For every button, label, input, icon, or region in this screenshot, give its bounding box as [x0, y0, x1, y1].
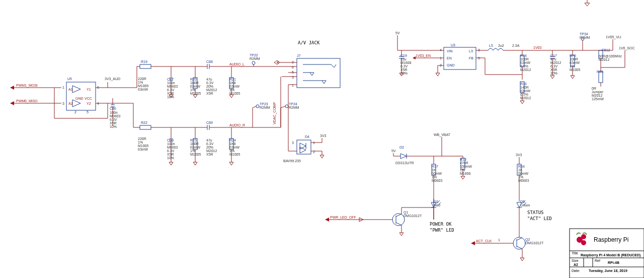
c86-component: C86 100n M0603 6.3V X5R 10% — [110, 98, 121, 128]
svg-text:60R@100MHz: 60R@100MHz — [599, 54, 622, 58]
svg-text:C19: C19 — [400, 54, 407, 57]
svg-text:Red: Red — [434, 203, 440, 207]
net-1v03-en: 1V03_EN — [413, 54, 444, 59]
svg-text:M2012: M2012 — [206, 88, 217, 92]
svg-text:R16: R16 — [520, 82, 527, 86]
svg-text:1%: 1% — [518, 175, 523, 179]
svg-text:1%: 1% — [229, 88, 234, 92]
net-1v03: 1V03 — [533, 46, 541, 49]
svg-text:M2012: M2012 — [599, 58, 610, 61]
svg-text:TP34: TP34 — [580, 32, 588, 36]
svg-text:2u2: 2u2 — [498, 44, 504, 47]
svg-text:0.5%: 0.5% — [520, 93, 528, 96]
svg-text:63mW: 63mW — [229, 146, 240, 149]
svg-text:0.5%: 0.5% — [520, 64, 528, 68]
gnd-symbol-top — [585, 0, 590, 6]
svg-text:X5R: X5R — [550, 68, 557, 72]
svg-text:47u: 47u — [550, 57, 556, 61]
svg-text:1K: 1K — [432, 168, 436, 172]
tp24-testpoint: TP24 R2MM — [285, 102, 299, 109]
svg-text:6: 6 — [292, 65, 294, 69]
svg-text:X5R: X5R — [167, 153, 174, 156]
svg-text:GND: GND — [447, 63, 455, 67]
svg-text:R2MM: R2MM — [289, 106, 299, 109]
net-5v-bottom: 5V — [391, 149, 396, 153]
svg-text:DSS13UTR: DSS13UTR — [395, 161, 414, 165]
status-label: STATUS — [527, 210, 544, 215]
svg-text:3: 3 — [292, 76, 294, 79]
svg-text:GND: GND — [75, 97, 84, 100]
svg-text:1%: 1% — [432, 175, 437, 179]
svg-text:C87: C87 — [167, 78, 174, 81]
svg-text:M2012: M2012 — [550, 61, 561, 64]
svg-text:Ref: Ref — [595, 259, 600, 262]
svg-marker-303 — [399, 233, 404, 236]
svg-text:6.3V: 6.3V — [400, 64, 408, 68]
svg-text:1%: 1% — [190, 149, 195, 153]
svg-text:R23: R23 — [190, 138, 197, 142]
r13-component: R13 470R 100mW 1% M1608 — [460, 156, 472, 179]
svg-marker-73 — [169, 162, 173, 165]
svg-line-326 — [517, 246, 522, 249]
u3-ic: U3 VIN EN GND LX FB 4 1 2 3 5 — [436, 43, 480, 76]
svg-text:R22: R22 — [141, 121, 147, 124]
svg-marker-2 — [10, 86, 14, 90]
net-audio-l: AUDIO_L — [229, 62, 245, 66]
svg-text:U3: U3 — [451, 43, 455, 47]
svg-text:DMG1012T: DMG1012T — [525, 241, 544, 245]
svg-text:M2012: M2012 — [520, 96, 531, 100]
av-jack-label: A/V JACK — [298, 40, 320, 45]
svg-text:J7: J7 — [297, 54, 301, 57]
tp22-testpoint: TP22 R2MM — [250, 53, 260, 66]
svg-text:X5R: X5R — [110, 121, 117, 125]
r85-component: R85 0R Jumper M2012 125mW — [592, 67, 604, 101]
svg-text:22u: 22u — [400, 57, 407, 61]
c90-component: C90 100n M0603 6.3V X5R 10% — [167, 127, 178, 165]
svg-text:Y2: Y2 — [87, 102, 91, 105]
svg-text:1%: 1% — [138, 141, 143, 144]
svg-marker-130 — [229, 162, 233, 165]
pwm0-miso-net: PWM0_MISO — [10, 99, 61, 105]
svg-text:R85: R85 — [597, 70, 603, 74]
svg-rect-35 — [140, 64, 151, 68]
svg-text:1%: 1% — [229, 149, 234, 153]
svg-point-138 — [285, 105, 288, 108]
svg-text:M2012: M2012 — [520, 68, 531, 72]
svg-point-135 — [256, 105, 259, 108]
svg-text:PWM1_MOSI: PWM1_MOSI — [16, 84, 38, 88]
svg-text:100R: 100R — [190, 81, 199, 85]
d3-led: D3 Red — [431, 199, 441, 207]
svg-text:1K8: 1K8 — [229, 142, 236, 146]
svg-text:1%: 1% — [570, 64, 575, 68]
svg-text:D2: D2 — [399, 146, 404, 149]
svg-text:A1: A1 — [68, 88, 73, 91]
svg-rect-6 — [66, 82, 96, 110]
svg-text:R14: R14 — [520, 54, 527, 57]
r17-component: R17 1K 50mW 1% M0603 — [432, 156, 443, 220]
r34-component: R34 1K 50mW 1% M0603 — [517, 164, 529, 201]
svg-text:63mW: 63mW — [138, 148, 148, 151]
r14-component: R14 100R 63mW 0.5% M2012 — [520, 50, 531, 80]
svg-text:R21: R21 — [229, 78, 236, 81]
svg-text:C86: C86 — [110, 107, 116, 110]
svg-text:M2012: M2012 — [592, 94, 603, 97]
svg-marker-233 — [550, 76, 554, 79]
svg-marker-9 — [72, 100, 80, 107]
date-value: Tuesday, June 18, 2019 — [589, 269, 627, 273]
svg-text:10%: 10% — [167, 156, 174, 160]
svg-marker-186 — [413, 56, 416, 59]
svg-text:BAV99.235: BAV99.235 — [283, 159, 301, 163]
j7-connector: J7 2 6 5 3 1 — [282, 54, 340, 88]
svg-marker-334 — [471, 241, 475, 245]
d4-diode: D4 BAV99.235 3 1 2 3V3 — [283, 134, 327, 163]
svg-text:U5: U5 — [67, 77, 72, 81]
svg-text:470R: 470R — [460, 161, 468, 165]
svg-text:50mW: 50mW — [518, 172, 529, 175]
svg-text:3: 3 — [292, 141, 294, 145]
svg-text:100mW: 100mW — [460, 165, 472, 168]
svg-text:D3: D3 — [434, 200, 438, 203]
u5-ic: U5 A1 A2 Y1 Y2 GND VCC 1 3 6 4 2 5 — [62, 77, 99, 114]
svg-text:TP24: TP24 — [289, 102, 297, 106]
svg-text:20%: 20% — [206, 85, 213, 88]
r23-component: R23 100R 63mW 1% M1005 — [190, 127, 201, 165]
